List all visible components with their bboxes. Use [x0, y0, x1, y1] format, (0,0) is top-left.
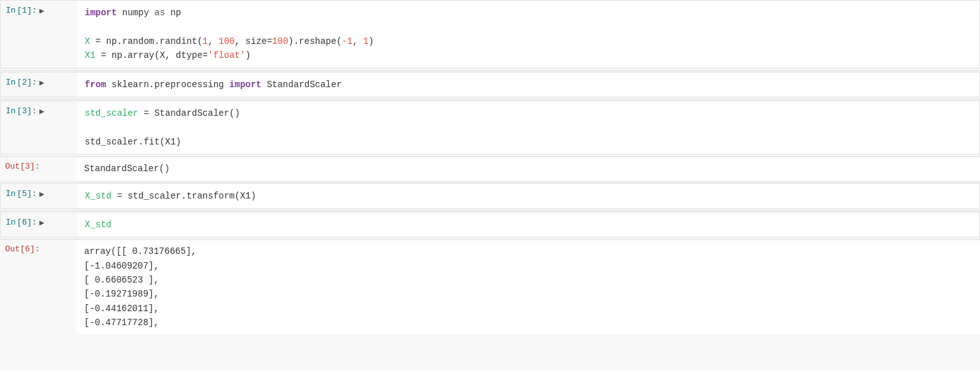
cell-gutter: In [6]:▶ [1, 213, 77, 237]
cell-gutter: In [2]:▶ [1, 73, 77, 97]
code-token: , [352, 36, 363, 46]
output-gutter: Out[6]: [0, 241, 76, 333]
output-row: Out[6]:array([[ 0.73176665], [-1.0460920… [0, 241, 980, 333]
code-line: std_scaler = StandardScaler() [85, 106, 972, 120]
cell-divider [0, 239, 980, 240]
code-token: as [154, 8, 165, 18]
output-line: [-1.04609207], [84, 259, 972, 273]
code-token: , [208, 36, 219, 46]
cell-divider [0, 99, 980, 100]
code-line: std_scaler.fit(X1) [85, 135, 972, 149]
cell-gutter: In [5]:▶ [1, 184, 77, 208]
run-button[interactable]: ▶ [40, 6, 45, 16]
cell-code[interactable]: import numpy as np X = np.random.randint… [77, 1, 979, 68]
run-button[interactable]: ▶ [40, 218, 45, 228]
code-line: X_std = std_scaler.transform(X1) [85, 189, 972, 203]
output-content: StandardScaler() [76, 158, 980, 179]
code-token: 'float' [208, 50, 245, 60]
out-label: Out[3]: [5, 162, 40, 171]
cell-number: [6]: [17, 218, 37, 227]
code-line: X = np.random.randint(1, 100, size=100).… [85, 34, 972, 48]
output-line: array([[ 0.73176665], [84, 244, 972, 258]
output-line: StandardScaler() [84, 162, 972, 176]
code-line [85, 120, 972, 134]
code-token: X_std [85, 191, 112, 201]
cell-divider [0, 210, 980, 211]
cell-number: [2]: [17, 78, 37, 87]
code-line [85, 20, 972, 34]
code-token: = np.random.randint( [90, 36, 202, 46]
cell-in-label: In [6, 6, 16, 15]
code-token: 100 [219, 36, 234, 46]
notebook: In [1]:▶import numpy as np X = np.random… [0, 0, 980, 371]
code-token: X1 [85, 50, 96, 60]
code-line: import numpy as np [85, 6, 972, 20]
cell-in-label: In [6, 78, 16, 87]
code-cell: In [5]:▶X_std = std_scaler.transform(X1) [0, 183, 980, 209]
out-label: Out[6]: [5, 244, 40, 254]
cell-in-label: In [6, 106, 16, 116]
code-line: from sklearn.preprocessing import Standa… [85, 78, 972, 92]
code-line: X_std [85, 218, 972, 232]
code-token: , size= [234, 36, 272, 46]
code-token: ) [368, 36, 373, 46]
code-token: 100 [272, 36, 288, 46]
code-token: = np.array(X, dtype= [96, 50, 208, 60]
code-cell: In [2]:▶from sklearn.preprocessing impor… [0, 72, 980, 97]
cell-number: [3]: [17, 106, 37, 116]
cell-code[interactable]: from sklearn.preprocessing import Standa… [77, 73, 979, 97]
output-line: [-0.44162011], [84, 302, 972, 316]
cell-gutter: In [3]:▶ [1, 101, 77, 154]
code-token: StandardScaler [261, 80, 342, 90]
code-token: std_scaler.fit(X1) [85, 137, 181, 147]
code-token: X_std [85, 220, 112, 230]
cell-in-label: In [6, 218, 16, 227]
cell-number: [5]: [17, 189, 37, 199]
run-button[interactable]: ▶ [40, 78, 45, 88]
cell-divider [0, 70, 980, 71]
run-button[interactable]: ▶ [40, 189, 45, 199]
code-cell: In [6]:▶X_std [0, 212, 980, 237]
code-cell: In [1]:▶import numpy as np X = np.random… [0, 0, 980, 69]
code-token: np [165, 8, 181, 18]
run-button[interactable]: ▶ [40, 106, 45, 116]
code-line: X1 = np.array(X, dtype='float') [85, 48, 972, 62]
output-line: [-0.47717728], [84, 316, 972, 330]
code-token: import [85, 8, 117, 18]
output-line: [ 0.6606523 ], [84, 273, 972, 287]
code-token: std_scaler [85, 108, 138, 118]
code-token: = std_scaler.transform(X1) [112, 191, 256, 201]
code-token: import [229, 80, 261, 90]
output-row: Out[3]:StandardScaler() [0, 158, 980, 179]
cell-code[interactable]: X_std = std_scaler.transform(X1) [77, 184, 979, 208]
code-cell: In [3]:▶std_scaler = StandardScaler() st… [0, 101, 980, 155]
cell-divider [0, 156, 980, 157]
cell-in-label: In [6, 189, 16, 199]
code-token: = StandardScaler() [138, 108, 240, 118]
output-gutter: Out[3]: [0, 158, 76, 179]
cell-code[interactable]: X_std [77, 213, 979, 237]
cell-code[interactable]: std_scaler = StandardScaler() std_scaler… [77, 101, 979, 154]
code-token: from [85, 80, 106, 90]
code-token: ) [245, 50, 250, 60]
code-token: 1 [203, 36, 208, 46]
code-token: sklearn.preprocessing [106, 80, 229, 90]
output-line: [-0.19271989], [84, 287, 972, 301]
code-token: ).reshape( [288, 36, 342, 46]
code-token: -1 [342, 36, 352, 46]
output-content: array([[ 0.73176665], [-1.04609207], [ 0… [76, 241, 980, 333]
cell-divider [0, 181, 980, 183]
code-token: numpy [117, 8, 154, 18]
cell-number: [1]: [17, 6, 37, 15]
cell-gutter: In [1]:▶ [1, 1, 77, 68]
